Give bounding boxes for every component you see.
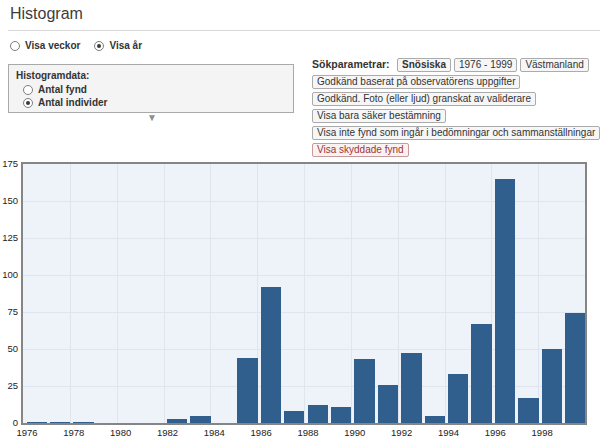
y-tick-label: 125 [0,233,18,243]
gridline-vertical [70,164,71,423]
plot-area [21,162,587,425]
search-param-tag-2: Västmanland [520,58,588,72]
gridline-vertical [210,164,211,423]
bar-1983[interactable] [190,416,210,423]
histogramdata-box: Histogramdata: Antal fyndAntal individer [8,64,294,113]
filter-rows: Godkänd baserat på observatörens uppgift… [312,73,600,140]
bar-1995[interactable] [471,324,491,423]
x-tick-label: 1980 [110,428,131,438]
histogramdata-title: Histogramdata: [16,70,293,81]
filter-row-1: Godkänd. Foto (eller ljud) granskat av v… [312,90,600,106]
histogram-page: Histogram Visa veckorVisa år Histogramda… [0,0,603,444]
view-option-1[interactable]: Visa år [94,40,142,51]
view-option-label-0: Visa veckor [25,40,80,51]
view-option-label-1: Visa år [109,40,142,51]
histogramdata-options: Antal fyndAntal individer [9,84,293,108]
x-tick-label: 1976 [16,428,37,438]
bar-1993[interactable] [425,416,445,423]
gridline-vertical [117,164,118,423]
filter-tag-1: Godkänd. Foto (eller ljud) granskat av v… [312,92,536,106]
bar-1982[interactable] [167,419,187,423]
page-title: Histogram [10,5,83,23]
x-tick-label: 1988 [297,428,318,438]
x-tick-label: 1996 [485,428,506,438]
x-tick-label: 1978 [63,428,84,438]
histogramdata-option-label-1: Antal individer [38,97,107,108]
protected-finds-tag: Visa skyddade fynd [312,143,409,157]
bar-1990[interactable] [354,359,374,423]
gridline-vertical [445,164,446,423]
header-divider [8,30,600,31]
bar-1978[interactable] [73,422,93,423]
bar-1985[interactable] [237,358,257,423]
filter-row-3: Visa inte fynd som ingår i bedömningar o… [312,124,600,140]
x-tick-label: 1992 [391,428,412,438]
radio-selected-icon [94,41,104,51]
x-tick-label: 1982 [157,428,178,438]
bar-1989[interactable] [331,407,351,423]
protected-filter-row: Visa skyddade fynd [312,141,600,157]
y-tick-label: 50 [0,344,18,354]
bar-1977[interactable] [50,422,70,423]
bar-1987[interactable] [284,411,304,423]
bar-1986[interactable] [261,287,281,423]
bar-1988[interactable] [308,405,328,423]
search-params-row: Sökparametrar: Snösiska1976 - 1999Västma… [312,56,600,72]
y-tick-label: 0 [0,418,18,428]
x-tick-label: 1984 [204,428,225,438]
histogramdata-option-label-0: Antal fynd [38,84,87,95]
filter-tag-0: Godkänd baserat på observatörens uppgift… [312,75,520,89]
x-tick-label: 1986 [251,428,272,438]
x-tick-label: 1990 [344,428,365,438]
view-option-0[interactable]: Visa veckor [10,40,80,51]
search-param-tag-1: 1976 - 1999 [454,58,517,72]
filter-tag-2: Visa bara säker bestämning [312,109,446,123]
view-toggle-group: Visa veckorVisa år [10,40,142,51]
radio-selected-icon [23,98,33,108]
y-tick-label: 100 [0,270,18,280]
bar-1992[interactable] [401,353,421,423]
gridline-vertical [304,164,305,423]
y-tick-label: 175 [0,159,18,169]
bar-1991[interactable] [378,385,398,423]
bar-1994[interactable] [448,374,468,423]
filter-row-2: Visa bara säker bestämning [312,107,600,123]
y-tick-label: 150 [0,196,18,206]
filter-tag-3: Visa inte fynd som ingår i bedömningar o… [312,126,600,140]
chevron-down-icon: ▼ [147,113,157,123]
y-tick-label: 75 [0,307,18,317]
filter-row-0: Godkänd baserat på observatörens uppgift… [312,73,600,89]
histogramdata-option-1[interactable]: Antal individer [23,97,293,108]
bar-1997[interactable] [518,398,538,423]
radio-icon [23,85,33,95]
gridline-vertical [538,164,539,423]
search-param-tag-0: Snösiska [397,58,451,72]
x-tick-label: 1994 [438,428,459,438]
bar-1976[interactable] [27,422,47,423]
histogramdata-option-0[interactable]: Antal fynd [23,84,293,95]
radio-icon [10,41,20,51]
y-tick-label: 25 [0,381,18,391]
gridline-vertical [351,164,352,423]
search-params-label: Sökparametrar: [312,58,390,70]
x-tick-label: 1998 [532,428,553,438]
bar-1998[interactable] [542,349,562,423]
gridline-vertical [164,164,165,423]
bar-1999[interactable] [565,313,585,423]
bar-1996[interactable] [495,179,515,423]
